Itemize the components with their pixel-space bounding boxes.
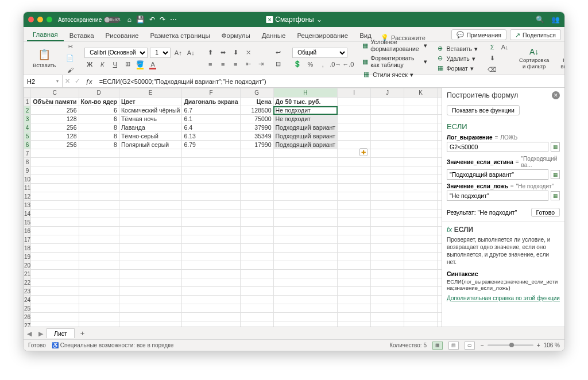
cell[interactable] [438,115,442,123]
cell[interactable] [182,158,240,166]
row-header[interactable]: 9 [24,166,31,175]
zoom-control[interactable]: − + 106 % [481,342,560,348]
cancel-formula-icon[interactable]: ✕ [63,77,72,85]
cell[interactable]: 6.7 [182,106,240,115]
currency-icon[interactable]: 💲 [292,59,303,69]
cell[interactable] [119,227,181,235]
align-left-icon[interactable]: ≡ [205,59,215,69]
cell[interactable] [119,287,181,296]
align-center-icon[interactable]: ≡ [218,59,228,69]
cell[interactable] [404,210,438,218]
cell[interactable] [79,296,119,304]
sheet-tab[interactable]: Лист [47,328,75,338]
bold-button[interactable]: Ж [84,59,95,69]
cell[interactable] [438,132,442,141]
comma-icon[interactable]: , [318,59,328,69]
cell[interactable] [31,304,79,313]
row-header[interactable]: 27 [24,321,31,327]
cell[interactable] [338,132,371,141]
row-header[interactable]: 2 [24,106,31,115]
cell[interactable] [273,253,338,261]
cell[interactable] [240,218,273,227]
autosave-toggle[interactable]: Автосохранение выкл. [58,17,122,23]
cell[interactable] [438,123,442,132]
cell[interactable] [338,175,371,184]
more-icon[interactable]: ⋯ [170,15,177,24]
cell[interactable] [240,313,273,321]
autofill-options-button[interactable]: ✚ [359,148,368,156]
cell[interactable] [119,296,181,304]
cell[interactable] [438,287,442,296]
undo-icon[interactable]: ↶ [149,15,155,24]
show-all-functions-button[interactable]: Показать все функции [447,105,520,115]
decrease-indent-icon[interactable]: ⇤ [243,59,253,69]
cell[interactable]: 256 [31,123,79,132]
cell[interactable] [119,210,181,218]
cell[interactable] [273,201,338,210]
cell[interactable] [438,141,442,149]
cell[interactable] [371,278,404,287]
cell[interactable] [31,166,79,175]
orientation-icon[interactable]: ⤬ [243,48,253,58]
tab-draw[interactable]: Рисование [100,30,145,41]
cell[interactable] [371,244,404,253]
cell[interactable] [338,123,371,132]
cell[interactable]: Подходящий вариант [273,123,338,132]
cell[interactable] [273,166,338,175]
cell[interactable] [182,253,240,261]
increase-font-icon[interactable]: A↑ [173,48,183,58]
cell[interactable] [182,304,240,313]
cell[interactable] [182,244,240,253]
cell[interactable]: 35349 [240,132,273,141]
cell[interactable]: 8 [79,132,119,141]
cell[interactable]: Подходящий вариант [273,132,338,141]
cell[interactable] [182,166,240,175]
cell[interactable] [79,313,119,321]
row-header[interactable]: 20 [24,261,31,270]
cell[interactable] [182,321,240,327]
cell[interactable] [31,175,79,184]
cell[interactable] [31,149,79,158]
column-header[interactable]: K [404,88,438,98]
font-size-select[interactable]: 12 [150,48,171,58]
cell[interactable] [31,235,79,244]
cell[interactable] [273,313,338,321]
cell[interactable] [182,201,240,210]
cell[interactable] [404,192,438,201]
range-picker-icon[interactable]: ▦ [551,170,560,179]
cell[interactable] [240,184,273,192]
cell[interactable] [404,158,438,166]
cell[interactable] [438,261,442,270]
row-header[interactable]: 4 [24,123,31,132]
cell[interactable] [273,218,338,227]
comments-button[interactable]: 💬 Примечания [451,29,506,40]
cell[interactable] [404,321,438,327]
cell[interactable] [438,184,442,192]
cell[interactable] [31,227,79,235]
row-header[interactable]: 14 [24,210,31,218]
cell[interactable] [240,175,273,184]
cell[interactable] [31,321,79,327]
cell[interactable]: Лаванда [119,123,181,132]
next-sheet-icon[interactable]: ▶ [35,330,47,337]
add-sheet-button[interactable]: + [76,329,90,338]
cell[interactable] [438,321,442,327]
cell[interactable] [338,106,371,115]
cell[interactable] [79,304,119,313]
zoom-in-icon[interactable]: + [537,342,540,348]
cell[interactable]: 37990 [240,123,273,132]
cell[interactable] [338,210,371,218]
cell[interactable] [79,184,119,192]
page-layout-view-button[interactable]: ▤ [448,342,459,350]
cell[interactable] [31,261,79,270]
cell[interactable] [119,175,181,184]
prev-sheet-icon[interactable]: ◀ [24,330,35,337]
cell[interactable] [438,296,442,304]
increase-indent-icon[interactable]: ⇥ [256,59,266,69]
cell[interactable] [79,261,119,270]
column-header[interactable]: D [79,88,119,98]
cell[interactable]: До 50 тыс. руб. [273,98,338,106]
cell[interactable] [119,261,181,270]
row-header[interactable]: 18 [24,244,31,253]
cell[interactable] [371,166,404,175]
